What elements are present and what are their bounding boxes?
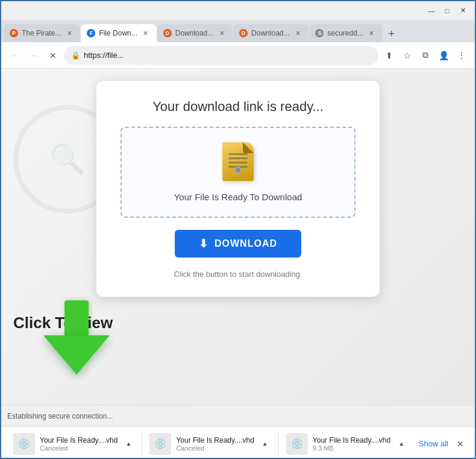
- dl-chevron-3[interactable]: ▲: [395, 438, 407, 450]
- share-button[interactable]: ⬆: [381, 47, 398, 64]
- dl-info-1: Your File Is Ready....vhd Canceled: [40, 436, 117, 452]
- zip-file-icon: [220, 142, 256, 185]
- dl-name-1: Your File Is Ready....vhd: [40, 436, 117, 445]
- minimize-button[interactable]: —: [424, 4, 439, 18]
- dl-info-3: Your File Is Ready....vhd 9.3 MB: [313, 436, 390, 452]
- close-loading-button[interactable]: ✕: [45, 47, 61, 64]
- dl-name-2: Your File Is Ready....vhd: [176, 436, 254, 445]
- tab-close-download2[interactable]: ✕: [217, 28, 227, 38]
- address-bar: ← → ✕ 🔒 https://file... ⬆ ☆ ⧉ 👤 ⋮: [1, 42, 475, 69]
- dl-status-2: Canceled: [176, 445, 254, 452]
- status-bar: Establishing secure connection...: [1, 405, 475, 426]
- file-label: Your File Is Ready To Download: [174, 192, 302, 202]
- tab-filedown[interactable]: F File Down... ✕: [81, 24, 156, 42]
- maximize-button[interactable]: □: [440, 4, 454, 18]
- back-button[interactable]: ←: [6, 47, 23, 64]
- tab-securedd[interactable]: S securedd... ✕: [309, 24, 382, 42]
- profile-button[interactable]: 👤: [435, 47, 452, 64]
- card-footer-text: Click the button to start downloading.: [174, 270, 302, 279]
- close-button[interactable]: ✕: [456, 4, 470, 18]
- tab-download3[interactable]: D Download... ✕: [233, 24, 308, 42]
- title-bar: — □ ✕: [1, 1, 475, 21]
- show-all-button[interactable]: Show all: [414, 437, 453, 451]
- tab-close-download3[interactable]: ✕: [293, 28, 302, 38]
- tray-close-button[interactable]: ✕: [453, 437, 468, 451]
- dl-divider-1: [142, 433, 142, 455]
- dl-file-icon-2: 💿: [154, 438, 166, 449]
- bookmark-button[interactable]: ☆: [399, 47, 416, 64]
- dl-status-1: Canceled: [40, 445, 117, 452]
- dl-file-icon-3: 💿: [291, 438, 303, 449]
- dl-chevron-2[interactable]: ▲: [259, 438, 271, 450]
- download-item-3[interactable]: 💿 Your File Is Ready....vhd 9.3 MB ▲: [281, 429, 412, 458]
- dl-divider-2: [278, 433, 279, 455]
- tab-favicon-securedd: S: [315, 29, 324, 37]
- tab-close-filedown[interactable]: ✕: [141, 28, 151, 38]
- card-title: Your download link is ready...: [152, 99, 324, 115]
- green-arrow: [43, 300, 110, 375]
- page-content: .ZC. 🔍 Your download link is ready...: [1, 69, 475, 405]
- tab-title-pirate: The Pirate...: [22, 29, 61, 37]
- dl-chevron-1[interactable]: ▲: [122, 438, 134, 450]
- watermark-icon: 🔍: [43, 135, 92, 183]
- address-input[interactable]: 🔒 https://file...: [64, 46, 378, 65]
- window-controls: — □ ✕: [424, 4, 470, 18]
- tab-download2[interactable]: D Download... ✕: [157, 24, 233, 42]
- tab-close-pirate[interactable]: ✕: [64, 28, 74, 38]
- tab-pirate[interactable]: P The Pirate... ✕: [4, 24, 80, 42]
- download-card: Your download link is ready...: [96, 81, 380, 297]
- dl-info-2: Your File Is Ready....vhd Canceled: [176, 436, 254, 452]
- tab-view-button[interactable]: ⧉: [417, 47, 434, 64]
- lock-icon: 🔒: [71, 51, 80, 60]
- tab-favicon-filedown: F: [87, 29, 95, 37]
- dl-file-icon-1: 💿: [18, 438, 30, 449]
- file-box: Your File Is Ready To Download: [121, 127, 355, 218]
- download-button-label: DOWNLOAD: [215, 238, 277, 249]
- tab-title-securedd: securedd...: [327, 29, 363, 37]
- dl-thumb-2: 💿: [149, 433, 171, 455]
- dl-status-3: 9.3 MB: [313, 445, 390, 452]
- menu-button[interactable]: ⋮: [453, 47, 470, 64]
- tab-title-filedown: File Down...: [99, 29, 137, 37]
- dl-name-3: Your File Is Ready....vhd: [313, 436, 390, 445]
- download-tray: 💿 Your File Is Ready....vhd Canceled ▲ 💿…: [1, 426, 475, 459]
- address-bar-actions: ⬆ ☆ ⧉ 👤 ⋮: [381, 47, 470, 64]
- download-item-1[interactable]: 💿 Your File Is Ready....vhd Canceled ▲: [8, 429, 139, 458]
- new-tab-button[interactable]: +: [383, 25, 400, 42]
- tab-close-securedd[interactable]: ✕: [367, 28, 377, 38]
- tab-favicon-download2: D: [163, 29, 172, 37]
- address-url: https://file...: [84, 51, 371, 60]
- dl-thumb-3: 💿: [286, 433, 308, 455]
- forward-button[interactable]: →: [25, 47, 42, 64]
- tab-favicon-download3: D: [239, 29, 248, 37]
- status-text: Establishing secure connection...: [7, 412, 113, 420]
- dl-thumb-1: 💿: [13, 433, 35, 455]
- tab-favicon-pirate: P: [10, 29, 18, 37]
- tab-bar: P The Pirate... ✕ F File Down... ✕ D Dow…: [1, 21, 475, 42]
- tab-title-download2: Download...: [175, 29, 213, 37]
- download-arrow-icon: ⬇: [199, 237, 208, 250]
- download-button[interactable]: ⬇ DOWNLOAD: [175, 230, 301, 258]
- download-item-2[interactable]: 💿 Your File Is Ready....vhd Canceled ▲: [145, 429, 275, 458]
- tab-title-download3: Download...: [251, 29, 289, 37]
